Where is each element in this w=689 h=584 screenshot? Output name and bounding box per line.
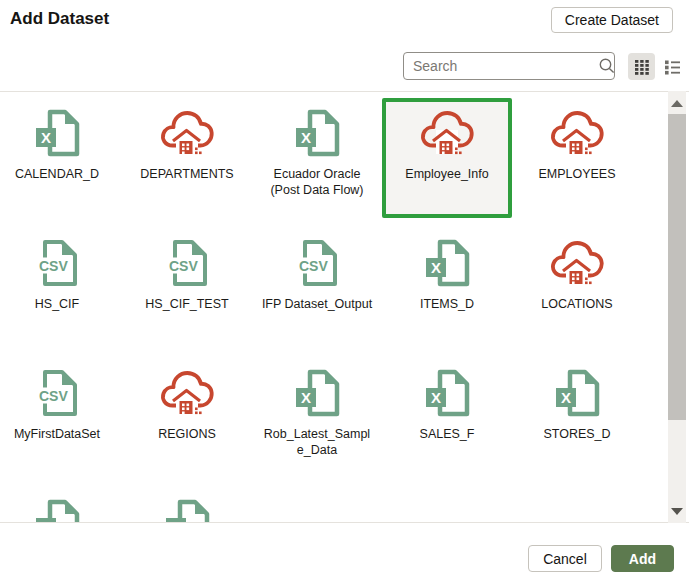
xlsx-file-icon: X xyxy=(549,365,605,421)
scroll-up-button[interactable] xyxy=(668,93,686,113)
grid-view-icon xyxy=(634,59,650,75)
scroll-down-button[interactable] xyxy=(668,501,686,521)
svg-text:CSV: CSV xyxy=(299,258,328,274)
svg-text:X: X xyxy=(561,389,571,406)
dataset-label: Ecuador Oracle (Post Data Flow) xyxy=(256,166,378,199)
cloud-dataset-icon xyxy=(549,235,605,291)
xlsx-file-icon: X xyxy=(29,495,85,523)
dataset-tile[interactable]: CSV MyFirstDataSet xyxy=(0,358,122,478)
dataset-tile[interactable]: CSV IFP Dataset_Output xyxy=(252,228,382,348)
csv-file-icon: CSV xyxy=(289,235,345,291)
csv-file-icon: CSV xyxy=(29,235,85,291)
xlsx-file-icon: X xyxy=(289,105,345,161)
dataset-label: ITEMS_D xyxy=(386,296,508,312)
cloud-dataset-icon xyxy=(159,105,215,161)
dataset-tile[interactable]: Employee_Info xyxy=(382,98,512,218)
dataset-label: Rob_Latest_Sample_Data xyxy=(256,426,378,459)
dataset-tile[interactable]: X ITEMS_D xyxy=(382,228,512,348)
xlsx-file-icon: X xyxy=(289,365,345,421)
svg-text:X: X xyxy=(431,389,441,406)
scrollbar-thumb[interactable] xyxy=(668,114,686,420)
svg-text:CSV: CSV xyxy=(39,258,68,274)
svg-text:X: X xyxy=(41,519,51,523)
dataset-label: HS_CIF_TEST xyxy=(126,296,248,312)
csv-file-icon: CSV xyxy=(29,365,85,421)
svg-text:X: X xyxy=(431,259,441,276)
dataset-tile[interactable]: X xyxy=(122,488,252,523)
dataset-tile[interactable]: X Ecuador Oracle (Post Data Flow) xyxy=(252,98,382,218)
list-view-button[interactable] xyxy=(659,53,686,80)
scroll-down-icon xyxy=(671,508,683,515)
xlsx-file-icon: X xyxy=(419,365,475,421)
dataset-tile[interactable]: EMPLOYEES xyxy=(512,98,642,218)
search-icon xyxy=(598,57,616,75)
dataset-tile[interactable]: CSV HS_CIF xyxy=(0,228,122,348)
svg-text:X: X xyxy=(41,129,51,146)
search-box[interactable] xyxy=(403,52,615,80)
dialog-footer: Cancel Add xyxy=(528,545,674,572)
scroll-up-icon xyxy=(671,100,683,107)
cloud-dataset-icon xyxy=(419,105,475,161)
dataset-label: IFP Dataset_Output xyxy=(256,296,378,312)
dataset-label: REGIONS xyxy=(126,426,248,442)
dataset-label: STORES_D xyxy=(516,426,638,442)
grid-view-button[interactable] xyxy=(628,53,655,80)
dataset-tile[interactable]: REGIONS xyxy=(122,358,252,478)
cloud-dataset-icon xyxy=(159,365,215,421)
create-dataset-button[interactable]: Create Dataset xyxy=(551,7,673,33)
xlsx-file-icon: X xyxy=(29,105,85,161)
dataset-label: Employee_Info xyxy=(386,166,508,182)
svg-text:X: X xyxy=(301,129,311,146)
dataset-label: CALENDAR_D xyxy=(0,166,118,182)
dataset-tile[interactable]: DEPARTMENTS xyxy=(122,98,252,218)
dataset-grid: X CALENDAR_D DEPARTMENTS X Ecuador Oracl… xyxy=(0,98,642,523)
xlsx-file-icon: X xyxy=(159,495,215,523)
svg-text:CSV: CSV xyxy=(169,258,198,274)
dataset-list-panel: X CALENDAR_D DEPARTMENTS X Ecuador Oracl… xyxy=(0,91,689,523)
svg-text:CSV: CSV xyxy=(39,388,68,404)
search-input[interactable] xyxy=(404,58,598,74)
dataset-tile[interactable]: X xyxy=(0,488,122,523)
page-title: Add Dataset xyxy=(10,9,109,29)
dataset-tile[interactable]: LOCATIONS xyxy=(512,228,642,348)
dataset-label: DEPARTMENTS xyxy=(126,166,248,182)
dataset-label: EMPLOYEES xyxy=(516,166,638,182)
dataset-label: LOCATIONS xyxy=(516,296,638,312)
scrollbar[interactable] xyxy=(668,91,686,523)
dataset-tile[interactable]: X SALES_F xyxy=(382,358,512,478)
add-button[interactable]: Add xyxy=(611,545,674,572)
dataset-label: HS_CIF xyxy=(0,296,118,312)
add-dataset-dialog: { "dialog": { "title": "Add Dataset", "c… xyxy=(0,0,689,584)
csv-file-icon: CSV xyxy=(159,235,215,291)
list-view-icon xyxy=(664,59,681,75)
dataset-tile[interactable]: X CALENDAR_D xyxy=(0,98,122,218)
dataset-tile[interactable]: CSV HS_CIF_TEST xyxy=(122,228,252,348)
xlsx-file-icon: X xyxy=(419,235,475,291)
svg-text:X: X xyxy=(301,389,311,406)
dataset-tile[interactable]: X STORES_D xyxy=(512,358,642,478)
cancel-button[interactable]: Cancel xyxy=(528,545,602,572)
dataset-tile[interactable]: X Rob_Latest_Sample_Data xyxy=(252,358,382,478)
dataset-label: SALES_F xyxy=(386,426,508,442)
dataset-label: MyFirstDataSet xyxy=(0,426,118,442)
svg-text:X: X xyxy=(171,519,181,523)
cloud-dataset-icon xyxy=(549,105,605,161)
